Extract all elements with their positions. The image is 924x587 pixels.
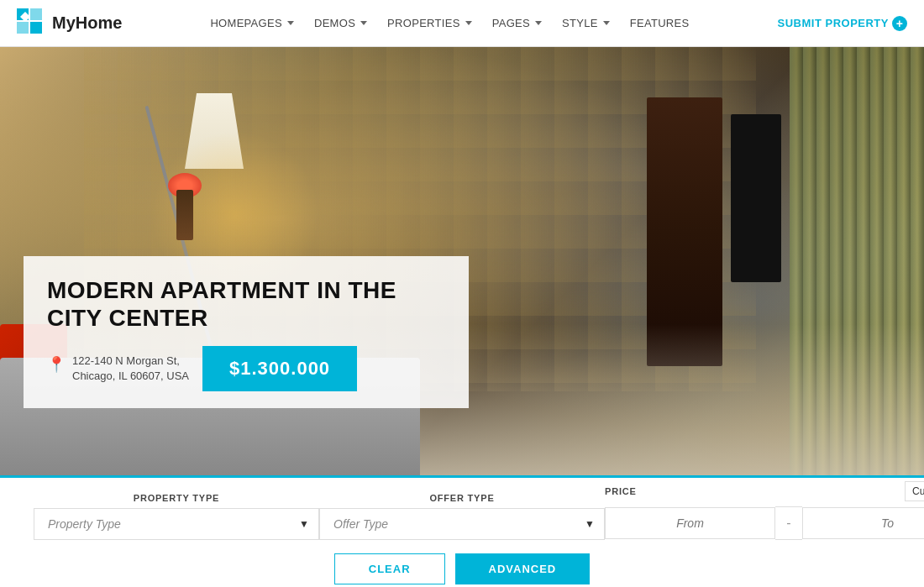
search-buttons: CLEAR ADVANCED xyxy=(334,553,591,584)
property-type-group: PROPERTY TYPE Property Type Apartment Ho… xyxy=(34,493,319,540)
price-to-input[interactable] xyxy=(802,507,924,539)
logo[interactable]: MyHome xyxy=(17,8,122,39)
offer-type-select-wrapper: Offer Type For Sale For Rent ▼ xyxy=(319,508,605,540)
dropdown-caret xyxy=(287,21,294,25)
property-type-label: PROPERTY TYPE xyxy=(34,493,319,503)
search-bar: PROPERTY TYPE Property Type Apartment Ho… xyxy=(0,475,924,587)
offer-type-group: OFFER TYPE Offer Type For Sale For Rent … xyxy=(319,493,605,540)
svg-rect-2 xyxy=(17,22,29,34)
search-fields: PROPERTY TYPE Property Type Apartment Ho… xyxy=(34,481,890,540)
property-info: 📍 122-140 N Morgan St, Chicago, IL 60607… xyxy=(47,346,445,391)
advanced-button[interactable]: ADVANCED xyxy=(455,553,591,584)
property-card: MODERN APARTMENT IN THE CITY CENTER 📍 12… xyxy=(24,256,469,408)
nav-item-pages[interactable]: PAGES xyxy=(492,17,542,29)
property-price: $1.300.000 xyxy=(202,346,357,391)
property-title: MODERN APARTMENT IN THE CITY CENTER xyxy=(47,276,445,333)
price-separator: - xyxy=(775,506,802,540)
hero-section: MODERN APARTMENT IN THE CITY CENTER 📍 12… xyxy=(0,47,924,475)
tv-panel xyxy=(731,114,781,282)
nav-item-demos[interactable]: DEMOS xyxy=(314,17,367,29)
dropdown-caret xyxy=(360,21,367,25)
offer-type-label: OFFER TYPE xyxy=(319,493,605,503)
navbar: MyHome HOMEPAGES DEMOS PROPERTIES PAGES … xyxy=(0,0,924,47)
plus-icon: + xyxy=(892,16,907,31)
price-group: PRICE Currency USD EUR GBP ▼ - xyxy=(605,481,924,540)
offer-type-select[interactable]: Offer Type For Sale For Rent xyxy=(319,508,605,540)
nav-item-features[interactable]: FEATURES xyxy=(630,17,690,29)
price-inputs: - xyxy=(605,506,924,540)
price-header: PRICE Currency USD EUR GBP ▼ xyxy=(605,481,924,501)
property-type-select[interactable]: Property Type Apartment House Villa Offi… xyxy=(34,508,319,540)
logo-icon xyxy=(17,8,47,39)
dropdown-caret xyxy=(535,21,542,25)
dropdown-caret xyxy=(603,21,610,25)
property-address: 📍 122-140 N Morgan St, Chicago, IL 60607… xyxy=(47,354,189,384)
dropdown-caret xyxy=(465,21,472,25)
price-from-input[interactable] xyxy=(605,507,775,539)
nav-item-homepages[interactable]: HOMEPAGES xyxy=(210,17,294,29)
location-icon: 📍 xyxy=(47,354,66,375)
property-type-select-wrapper: Property Type Apartment House Villa Offi… xyxy=(34,508,319,540)
currency-select-wrapper: Currency USD EUR GBP ▼ xyxy=(905,481,924,501)
clear-button[interactable]: CLEAR xyxy=(334,553,445,584)
svg-rect-1 xyxy=(30,8,42,20)
nav-item-properties[interactable]: PROPERTIES xyxy=(387,17,472,29)
svg-rect-3 xyxy=(30,22,42,34)
submit-property-button[interactable]: SUBMIT PROPERTY + xyxy=(778,16,907,31)
logo-text: MyHome xyxy=(52,13,122,33)
price-label: PRICE xyxy=(605,486,637,496)
nav-links: HOMEPAGES DEMOS PROPERTIES PAGES STYLE F… xyxy=(210,17,689,29)
flowers xyxy=(176,190,193,240)
nav-item-style[interactable]: STYLE xyxy=(562,17,610,29)
currency-select[interactable]: Currency USD EUR GBP xyxy=(905,481,924,501)
